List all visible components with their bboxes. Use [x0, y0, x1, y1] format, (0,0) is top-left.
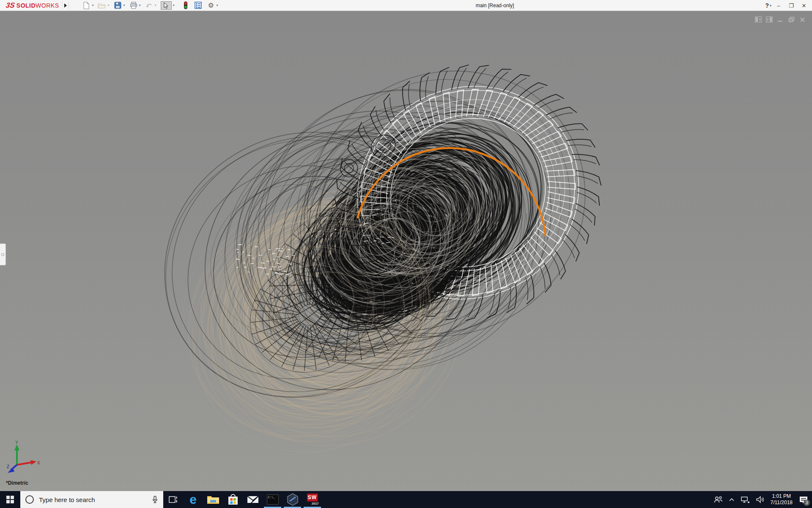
- open-folder-icon: [98, 2, 106, 9]
- titlebar: 3S SOLID WORKS ▾ ▾ ▾ ▾ ▾ ▾: [0, 0, 812, 11]
- triad-x-label: X: [37, 461, 40, 465]
- volume-button[interactable]: [753, 491, 767, 508]
- orientation-triad: Y X Z: [6, 440, 44, 474]
- close-button[interactable]: ✕: [798, 1, 809, 10]
- dropdown-caret-icon[interactable]: ▾: [217, 3, 218, 7]
- solidworks-icon: SW 2017: [306, 494, 319, 505]
- edge-icon: e: [189, 494, 197, 505]
- notification-badge: 3: [804, 500, 810, 506]
- task-view-button[interactable]: [163, 491, 183, 508]
- start-button[interactable]: [0, 491, 20, 508]
- document-window-controls: [751, 16, 806, 23]
- help-button[interactable]: ? ▾: [765, 2, 771, 9]
- clock[interactable]: 1:01 PM 7/11/2018: [767, 493, 796, 506]
- dropdown-caret-icon[interactable]: ▾: [155, 3, 156, 7]
- windows-logo-icon: [6, 496, 14, 503]
- traffic-light-icon: [181, 2, 190, 9]
- triad-z-label: Z: [7, 464, 9, 469]
- dropdown-caret-icon[interactable]: ▾: [92, 3, 93, 7]
- doc-restore-icon[interactable]: [787, 16, 795, 23]
- taskbar: Type here to search e: [0, 491, 812, 508]
- taskbar-item-store[interactable]: [223, 491, 243, 508]
- new-document-button[interactable]: ▾: [81, 1, 94, 10]
- taskbar-item-file-explorer[interactable]: [203, 491, 223, 508]
- solidworks-logo: 3S SOLID WORKS: [0, 1, 62, 10]
- tray-time: 1:01 PM: [772, 493, 791, 500]
- print-button[interactable]: ▾: [129, 1, 142, 10]
- taskbar-item-mail[interactable]: [243, 491, 263, 508]
- mail-icon: [247, 495, 259, 504]
- feature-tree-collapsed-tab[interactable]: [0, 243, 6, 265]
- people-icon: [713, 496, 723, 503]
- printer-icon: [129, 2, 138, 9]
- doc-close-icon[interactable]: [798, 16, 806, 23]
- store-icon: [228, 494, 239, 505]
- file-explorer-icon: [207, 494, 219, 505]
- logo-3s-glyph: 3S: [5, 1, 16, 10]
- taskbar-app-icons: e C:\_: [163, 491, 322, 508]
- network-button[interactable]: [738, 491, 753, 508]
- search-placeholder: Type here to search: [39, 496, 151, 503]
- save-floppy-icon: [114, 2, 122, 9]
- task-view-icon: [169, 496, 178, 503]
- search-input[interactable]: Type here to search: [20, 491, 163, 508]
- tray-date: 7/11/2018: [771, 500, 793, 506]
- hidden-icons-button[interactable]: [726, 491, 738, 508]
- feature-list-icon: [194, 2, 203, 9]
- dropdown-caret-icon[interactable]: ▾: [173, 3, 175, 7]
- viewport-canvas[interactable]: Y X Z *Dimetric: [0, 11, 812, 491]
- open-document-button[interactable]: ▾: [97, 1, 110, 10]
- dropdown-caret-icon[interactable]: ▾: [770, 4, 771, 8]
- taskbar-item-solidworks[interactable]: SW 2017: [302, 491, 322, 508]
- new-document-icon: [82, 2, 91, 9]
- command-prompt-icon: C:\_: [267, 494, 279, 505]
- dropdown-caret-icon[interactable]: ▾: [123, 3, 125, 7]
- help-question-icon: ?: [765, 2, 769, 9]
- hexagon-app-icon: [287, 493, 299, 506]
- tab-handle-icon: [1, 253, 4, 256]
- select-cursor-icon: [161, 1, 172, 10]
- minimize-button[interactable]: –: [773, 1, 784, 10]
- save-button[interactable]: ▾: [113, 1, 126, 10]
- triad-y-label: Y: [15, 440, 18, 445]
- view-orientation-label: *Dimetric: [6, 480, 28, 486]
- action-center-button[interactable]: 3: [796, 491, 810, 508]
- feature-list-button[interactable]: [193, 1, 203, 10]
- taskbar-item-edge[interactable]: e: [183, 491, 203, 508]
- restore-button[interactable]: ❐: [786, 1, 797, 10]
- taskbar-item-command-prompt[interactable]: C:\_: [263, 491, 283, 508]
- cortana-icon: [25, 495, 34, 504]
- microphone-icon[interactable]: [151, 495, 158, 504]
- dropdown-caret-icon[interactable]: ▾: [139, 3, 141, 7]
- network-icon: [741, 496, 750, 503]
- settings-button[interactable]: ⚙ ▾: [206, 1, 219, 10]
- speaker-icon: [756, 496, 764, 503]
- menu-expand-arrow-icon[interactable]: [62, 1, 69, 10]
- logo-solid-text: SOLID: [16, 2, 36, 9]
- people-button[interactable]: [710, 491, 726, 508]
- chevron-up-icon: [729, 497, 735, 502]
- expand-left-panel-icon[interactable]: [754, 16, 762, 23]
- gear-icon: ⚙: [207, 2, 215, 9]
- system-tray: 1:01 PM 7/11/2018 3: [710, 491, 812, 508]
- doc-minimize-icon[interactable]: [776, 16, 784, 23]
- undo-button[interactable]: ▾: [144, 1, 157, 10]
- display-states-button[interactable]: [181, 1, 191, 10]
- window-title: main [Read-only]: [453, 0, 537, 11]
- logo-works-text: WORKS: [36, 2, 59, 9]
- select-tool-button[interactable]: ▾: [160, 1, 176, 10]
- undo-arrow-icon: [145, 2, 154, 9]
- expand-right-panel-icon[interactable]: [765, 16, 773, 23]
- model-wireframe[interactable]: [0, 11, 812, 491]
- taskbar-item-hexagon-app[interactable]: [283, 491, 302, 508]
- dropdown-caret-icon[interactable]: ▾: [107, 3, 109, 7]
